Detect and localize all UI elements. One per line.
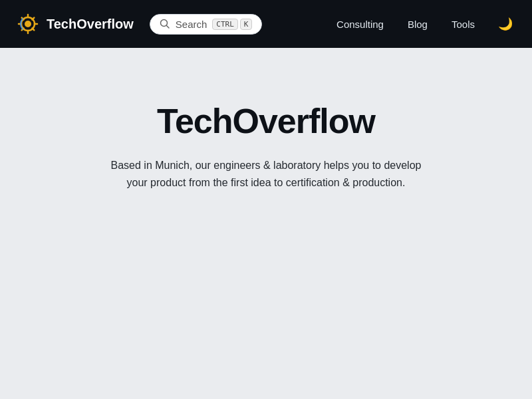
search-shortcut: CTRL K (212, 19, 252, 30)
search-icon (160, 19, 170, 29)
logo-icon (16, 12, 40, 36)
hero-subtitle-line2: your product from the first idea to cert… (127, 177, 406, 188)
nav-blog[interactable]: Blog (398, 15, 437, 34)
hero-subtitle: Based in Munich, our engineers & laborat… (111, 157, 422, 191)
svg-line-8 (33, 18, 35, 20)
dark-mode-toggle[interactable]: 🌙 (495, 13, 516, 35)
hero-title: TechOverflow (157, 101, 375, 141)
nav-consulting[interactable]: Consulting (327, 15, 393, 34)
hero-subtitle-line1: Based in Munich, our engineers & laborat… (111, 160, 422, 171)
search-box[interactable]: Search CTRL K (150, 14, 263, 35)
moon-icon: 🌙 (498, 17, 513, 31)
logo[interactable]: TechOverflow (16, 12, 134, 36)
main-content: TechOverflow Based in Munich, our engine… (0, 48, 532, 399)
svg-point-1 (25, 21, 31, 27)
logo-text: TechOverflow (47, 17, 134, 32)
navbar: TechOverflow Search CTRL K Consulting Bl… (0, 0, 532, 48)
nav-tools[interactable]: Tools (442, 15, 484, 34)
ctrl-key: CTRL (212, 19, 238, 30)
k-key: K (240, 19, 253, 30)
svg-line-7 (33, 29, 35, 31)
svg-line-11 (166, 26, 169, 29)
nav-links: Consulting Blog Tools 🌙 (327, 13, 516, 35)
search-label: Search (176, 19, 207, 30)
